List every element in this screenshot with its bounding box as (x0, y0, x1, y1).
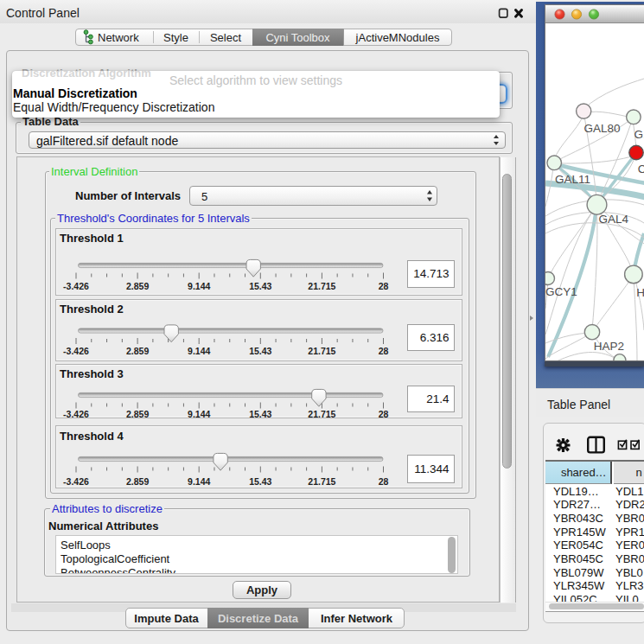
svg-text:GAL11: GAL11 (555, 173, 590, 186)
svg-text:GAL80: GAL80 (584, 122, 621, 135)
svg-text:HAP2: HAP2 (594, 340, 624, 353)
svg-text:H: H (636, 286, 644, 299)
svg-text:GAL4: GAL4 (598, 213, 628, 226)
svg-text:G.: G. (634, 128, 644, 141)
svg-text:C: C (638, 163, 644, 175)
svg-text:GCY1: GCY1 (545, 285, 577, 298)
